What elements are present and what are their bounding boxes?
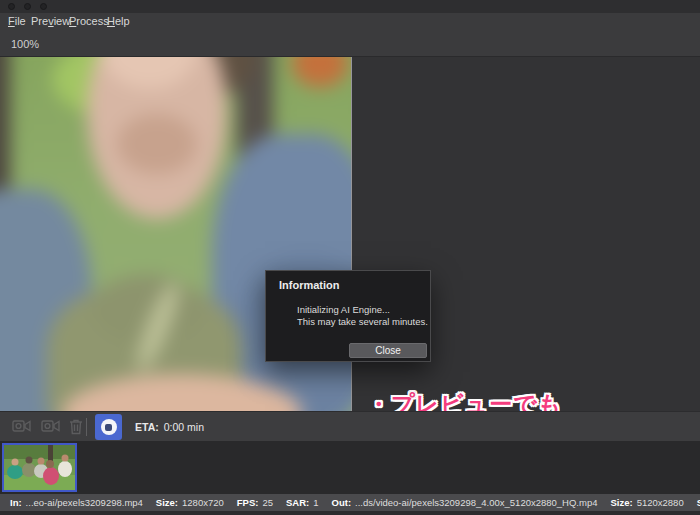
menu-preview-pre: Pre bbox=[31, 15, 48, 27]
video-thumbnail[interactable] bbox=[2, 443, 77, 492]
close-window-icon[interactable] bbox=[8, 3, 15, 10]
dialog-message-line-2: This may take several minutes. bbox=[297, 316, 428, 328]
zoom-window-icon[interactable] bbox=[40, 3, 47, 10]
stop-button[interactable] bbox=[95, 414, 122, 440]
menu-process-label: rocess bbox=[76, 15, 108, 27]
status-in-file: In:...eo-ai/pexels3209298.mp4 bbox=[10, 497, 143, 508]
menu-bar: File Preview Process Help bbox=[0, 13, 700, 30]
window-bottom-edge bbox=[0, 511, 700, 515]
toolbar-divider bbox=[86, 418, 87, 436]
title-bar bbox=[0, 0, 700, 13]
status-fps: FPS:25 bbox=[237, 497, 273, 508]
information-dialog: Information Initializing AI Engine... Th… bbox=[265, 270, 431, 362]
status-out-size: Size:5120x2880 bbox=[610, 497, 683, 508]
minimize-window-icon[interactable] bbox=[24, 3, 31, 10]
dialog-message: Initializing AI Engine... This may take … bbox=[297, 304, 428, 328]
menu-help-label: elp bbox=[115, 15, 130, 27]
status-in-size: Size:1280x720 bbox=[156, 497, 224, 508]
status-out-file: Out:...ds/video-ai/pexels3209298_4.00x_5… bbox=[332, 497, 598, 508]
process-toolbar: ETA:0:00 min bbox=[0, 411, 700, 441]
dialog-close-button[interactable]: Close bbox=[349, 343, 427, 358]
camera-compare-icon[interactable] bbox=[12, 418, 32, 434]
dialog-message-line-1: Initializing AI Engine... bbox=[297, 304, 428, 316]
zoom-level-label: 100% bbox=[11, 38, 39, 50]
app-window: File Preview Process Help 100% 0/427 [0/… bbox=[0, 0, 700, 515]
main-area: ・プレビューでも 時間はそこそこ掛かる… Information Initial… bbox=[0, 57, 700, 411]
menu-file-mnemonic: F bbox=[8, 15, 15, 27]
eta-readout: ETA:0:00 min bbox=[135, 421, 204, 433]
status-sar: SAR:1 bbox=[286, 497, 319, 508]
thumbnail-strip bbox=[0, 441, 700, 494]
menu-file-label: ile bbox=[15, 15, 26, 27]
status-bar: In:...eo-ai/pexels3209298.mp4 Size:1280x… bbox=[0, 494, 700, 511]
trash-icon[interactable] bbox=[69, 418, 83, 435]
menu-help[interactable]: Help bbox=[107, 15, 130, 27]
stop-icon bbox=[101, 419, 117, 435]
dialog-title: Information bbox=[279, 279, 340, 291]
camera-record-icon[interactable] bbox=[41, 418, 61, 434]
eta-label: ETA: bbox=[135, 421, 159, 433]
preview-toolbar: 100% 0/427 [0/427] bbox=[0, 30, 700, 57]
menu-process[interactable]: Process bbox=[69, 15, 109, 27]
menu-preview[interactable]: Preview bbox=[31, 15, 70, 27]
menu-help-mnemonic: H bbox=[107, 15, 115, 27]
menu-preview-label: iew bbox=[54, 15, 71, 27]
eta-value: 0:00 min bbox=[164, 421, 204, 433]
menu-file[interactable]: File bbox=[8, 15, 26, 27]
